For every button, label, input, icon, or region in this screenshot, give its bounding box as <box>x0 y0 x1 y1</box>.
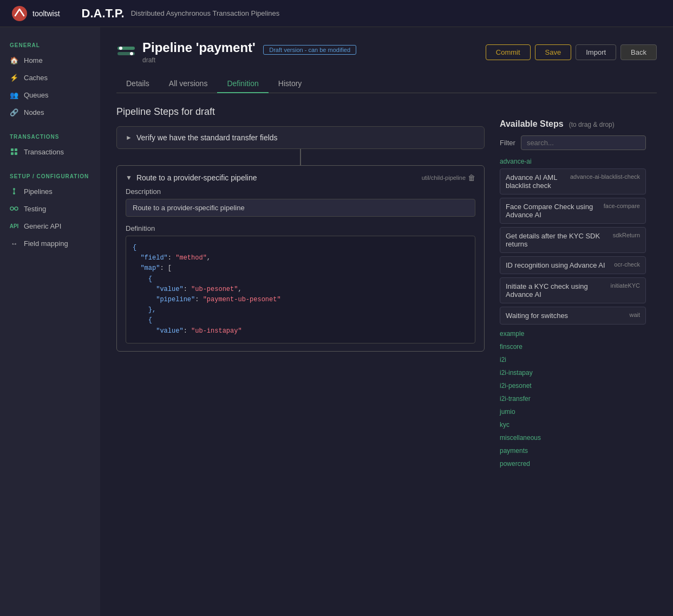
category-miscellaneous[interactable]: miscellaneous <box>500 434 646 442</box>
svg-point-8 <box>10 207 14 210</box>
pipeline-status-badge: Draft version - can be modified <box>263 45 356 55</box>
sidebar-item-testing[interactable]: Testing <box>0 200 100 217</box>
sidebar-caches-label: Caches <box>24 74 48 82</box>
step-card-0-tag: advance-ai-blacklist-check <box>570 173 640 180</box>
category-i2i-pesonet[interactable]: i2i-pesonet <box>500 382 646 390</box>
sidebar-item-nodes[interactable]: 🔗 Nodes <box>0 103 100 121</box>
commit-button[interactable]: Commit <box>486 44 531 60</box>
home-icon: 🏠 <box>10 56 18 64</box>
header-actions: Commit Save Import Back <box>486 44 657 60</box>
step-2-expanded: ▼ Route to a provider-specific pipeline … <box>116 165 485 352</box>
svg-point-9 <box>15 207 18 210</box>
sidebar-setup-label: SETUP / CONFIGURATION <box>0 169 100 183</box>
category-payments[interactable]: payments <box>500 447 646 455</box>
description-label: Description <box>126 187 475 196</box>
sidebar-general-label: GENERAL <box>0 38 100 51</box>
right-panel: Available Steps (to drag & drop) Filter … <box>489 106 657 484</box>
step-card-4[interactable]: initiateKYC Initiate a KYC check using A… <box>500 277 646 303</box>
pipeline-title-area: Pipeline 'payment' Draft version - can b… <box>116 40 356 64</box>
testing-icon <box>10 204 18 213</box>
category-i2i-instapay[interactable]: i2i-instapay <box>500 369 646 377</box>
description-input[interactable] <box>126 199 475 217</box>
save-button[interactable]: Save <box>535 44 572 60</box>
fieldmap-icon: ↔ <box>10 239 18 248</box>
step-1-box: ► Verify we have the standard transfer f… <box>116 126 485 149</box>
step-2-header-row: ▼ Route to a provider-specific pipeline … <box>126 173 475 182</box>
caches-icon: ⚡ <box>10 73 18 82</box>
filter-input[interactable] <box>521 135 646 150</box>
category-example[interactable]: example <box>500 330 646 338</box>
main-left: Pipeline Steps for draft ► Verify we hav… <box>116 106 489 484</box>
step-1-header[interactable]: ► Verify we have the standard transfer f… <box>117 127 484 148</box>
step-card-5[interactable]: wait Waiting for switches <box>500 307 646 325</box>
step-card-2[interactable]: sdkReturn Get details after the KYC SDK … <box>500 227 646 253</box>
category-powercred[interactable]: powercred <box>500 460 646 468</box>
pipeline-header: Pipeline 'payment' Draft version - can b… <box>116 40 657 64</box>
transactions-icon <box>10 147 18 156</box>
step-2-label: Route to a provider-specific pipeline <box>136 173 257 182</box>
step-card-5-title: Waiting for switches <box>506 312 640 320</box>
step-1-expand-icon: ► <box>126 134 132 141</box>
api-icon: API <box>10 222 18 230</box>
pipelines-icon <box>10 187 18 196</box>
sidebar-item-queues[interactable]: 👥 Queues <box>0 86 100 103</box>
available-steps-header: Available Steps (to drag & drop) <box>500 119 646 129</box>
definition-code[interactable]: { "field": "method", "map": [ { "value":… <box>126 236 475 343</box>
category-jumio[interactable]: jumio <box>500 408 646 416</box>
pipeline-title-row: Pipeline 'payment' Draft version - can b… <box>142 40 356 55</box>
pipeline-flow: ► Verify we have the standard transfer f… <box>116 126 485 352</box>
app-body: GENERAL 🏠 Home ⚡ Caches 👥 Queues 🔗 Nodes… <box>0 27 673 616</box>
svg-rect-4 <box>15 152 17 155</box>
svg-point-13 <box>119 47 122 50</box>
other-categories: examplefinscorei2ii2i-instapayi2i-pesone… <box>500 330 646 468</box>
tab-details[interactable]: Details <box>116 75 159 93</box>
step-card-3-tag: ocr-check <box>614 261 640 268</box>
svg-rect-3 <box>11 152 14 155</box>
brand: tooltwist <box>11 5 60 22</box>
back-button[interactable]: Back <box>620 44 657 60</box>
step-2-expand-icon: ▼ <box>126 174 132 181</box>
app-subtitle: Distributed Asynchronous Transaction Pip… <box>131 9 280 17</box>
sidebar-home-label: Home <box>24 56 43 64</box>
available-steps-title: Available Steps <box>500 119 564 129</box>
svg-point-7 <box>13 192 15 194</box>
definition-label: Definition <box>126 224 475 232</box>
filter-label: Filter <box>500 139 515 147</box>
svg-point-0 <box>12 6 27 21</box>
delete-step-icon[interactable]: 🗑 <box>468 173 475 182</box>
sidebar-nodes-label: Nodes <box>24 108 44 116</box>
pipeline-header-icon <box>116 41 136 61</box>
queues-icon: 👥 <box>10 90 18 99</box>
tab-all-versions[interactable]: All versions <box>159 75 218 93</box>
tab-definition[interactable]: Definition <box>217 75 268 93</box>
pipeline-draft-label: draft <box>142 56 356 64</box>
step-card-0[interactable]: advance-ai-blacklist-check Advance AI AM… <box>500 168 646 194</box>
step-card-3[interactable]: ocr-check ID recognition using Advance A… <box>500 256 646 274</box>
sidebar-item-field-mapping[interactable]: ↔ Field mapping <box>0 235 100 252</box>
import-button[interactable]: Import <box>576 44 616 60</box>
step-card-1[interactable]: face-compare Face Compare Check using Ad… <box>500 198 646 224</box>
sidebar-item-home[interactable]: 🏠 Home <box>0 51 100 69</box>
main-content: Pipeline 'payment' Draft version - can b… <box>100 27 673 616</box>
filter-row: Filter <box>500 135 646 150</box>
svg-rect-2 <box>15 148 17 151</box>
sidebar-item-pipelines[interactable]: Pipelines <box>0 183 100 200</box>
sidebar-item-transactions[interactable]: Transactions <box>0 143 100 160</box>
sidebar-transactions-label: Transactions <box>24 148 64 156</box>
svg-rect-1 <box>11 148 14 151</box>
category-i2i-transfer[interactable]: i2i-transfer <box>500 395 646 403</box>
pipeline-title-block: Pipeline 'payment' Draft version - can b… <box>142 40 356 64</box>
sidebar-pipelines-label: Pipelines <box>24 187 53 196</box>
sidebar-item-generic-api[interactable]: API Generic API <box>0 217 100 235</box>
category-finscore[interactable]: finscore <box>500 343 646 351</box>
tab-history[interactable]: History <box>269 75 312 93</box>
category-advance-ai[interactable]: advance-ai <box>500 158 646 165</box>
sidebar-item-caches[interactable]: ⚡ Caches <box>0 69 100 86</box>
available-steps-hint: (to drag & drop) <box>569 121 615 128</box>
category-kyc[interactable]: kyc <box>500 421 646 429</box>
sidebar-fieldmap-label: Field mapping <box>24 239 68 248</box>
tabs: Details All versions Definition History <box>116 75 657 93</box>
category-i2i[interactable]: i2i <box>500 356 646 364</box>
svg-point-14 <box>130 52 133 55</box>
steps-section-title: Pipeline Steps for draft <box>116 106 489 118</box>
